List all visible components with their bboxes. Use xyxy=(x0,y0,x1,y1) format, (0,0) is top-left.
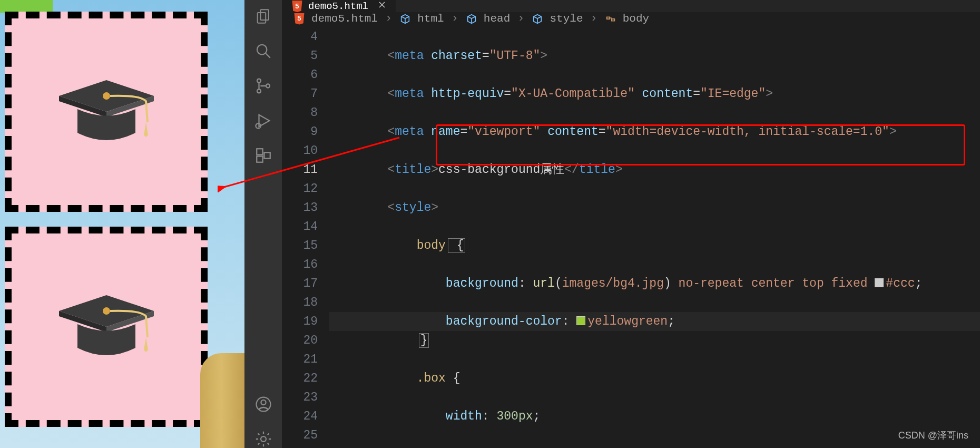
run-debug-icon[interactable] xyxy=(254,112,272,130)
explorer-icon[interactable] xyxy=(254,7,272,25)
symbol-icon xyxy=(466,13,477,25)
tab-filename: demo5.html xyxy=(308,1,368,12)
breadcrumb-segment[interactable]: html xyxy=(417,13,444,25)
preview-box xyxy=(5,12,208,212)
watermark: CSDN @泽哥ins xyxy=(898,429,968,442)
svg-point-22 xyxy=(261,436,266,442)
search-icon[interactable] xyxy=(254,42,272,60)
tab-bar: 5 demo5.html xyxy=(282,0,980,12)
chevron-right-icon xyxy=(384,12,393,25)
code-editor[interactable]: 4567891011121314151617181920212223242526… xyxy=(282,25,980,448)
svg-rect-17 xyxy=(257,149,262,154)
svg-rect-8 xyxy=(260,9,269,20)
chevron-right-icon xyxy=(516,12,525,25)
accounts-icon[interactable] xyxy=(254,395,272,413)
svg-line-11 xyxy=(266,53,270,58)
svg-point-14 xyxy=(266,84,269,87)
symbol-icon xyxy=(605,13,616,25)
preview-accent xyxy=(0,0,53,13)
settings-gear-icon[interactable] xyxy=(254,430,272,448)
svg-point-21 xyxy=(261,400,266,405)
breadcrumb-segment[interactable]: body xyxy=(623,13,649,25)
editor-tab[interactable]: 5 demo5.html xyxy=(282,0,396,12)
svg-point-7 xyxy=(103,307,110,315)
svg-point-13 xyxy=(257,89,260,93)
breadcrumb-segment[interactable]: head xyxy=(484,13,510,25)
svg-point-12 xyxy=(257,79,260,83)
html5-icon: 5 xyxy=(291,1,303,12)
svg-rect-9 xyxy=(257,13,266,23)
activity-bar xyxy=(244,0,282,448)
graduation-hat-icon xyxy=(48,285,164,369)
breadcrumb-file[interactable]: demo5.html xyxy=(311,13,378,25)
editor-window: 5 demo5.html 5 demo5.html html head styl… xyxy=(244,0,980,448)
svg-rect-19 xyxy=(264,152,270,158)
svg-point-3 xyxy=(103,92,110,100)
svg-point-10 xyxy=(257,45,266,54)
browser-preview xyxy=(0,0,244,448)
symbol-icon xyxy=(532,13,543,25)
html5-icon: 5 xyxy=(293,13,305,25)
graduation-hat-icon xyxy=(48,70,164,154)
chevron-right-icon xyxy=(590,12,599,25)
code-area[interactable]: <meta charset="UTF-8"> <meta http-equiv=… xyxy=(329,25,980,448)
close-icon[interactable] xyxy=(378,1,386,12)
extensions-icon[interactable] xyxy=(254,147,272,164)
breadcrumb[interactable]: 5 demo5.html html head style body xyxy=(282,12,980,25)
svg-rect-18 xyxy=(257,156,262,162)
source-control-icon[interactable] xyxy=(254,77,272,95)
breadcrumb-segment[interactable]: style xyxy=(550,13,583,25)
chevron-right-icon xyxy=(450,12,459,25)
symbol-icon xyxy=(399,13,411,25)
line-gutter: 4567891011121314151617181920212223242526 xyxy=(282,25,329,448)
preview-box xyxy=(5,227,208,427)
